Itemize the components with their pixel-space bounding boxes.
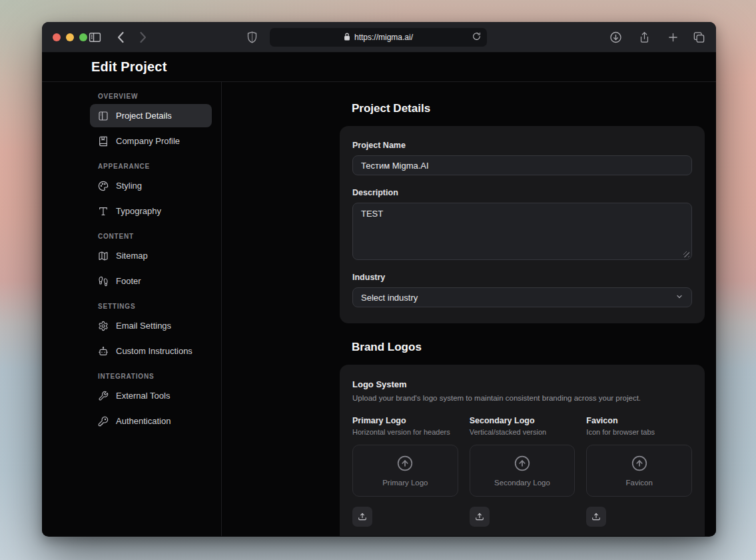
primary-logo-subtitle: Horizontal version for headers	[352, 428, 458, 436]
sidebar-item-custom-instructions[interactable]: Custom Instructions	[90, 339, 212, 363]
nav-group-label: APPEARANCE	[98, 163, 212, 170]
sidebar-item-label: Styling	[116, 181, 142, 191]
sidebar-item-typography[interactable]: Typography	[90, 199, 212, 223]
secondary-logo-title: Secondary Logo	[470, 416, 575, 425]
sidebar-toggle-icon[interactable]	[89, 32, 101, 43]
lock-icon	[344, 33, 350, 43]
key-icon	[98, 416, 109, 427]
secondary-logo-column: Secondary Logo Vertical/stacked version …	[470, 416, 575, 527]
industry-select-value: Select industry	[361, 293, 418, 303]
nav-group-overview: OVERVIEW Project Details Company Profile	[90, 93, 212, 153]
nav-group-appearance: APPEARANCE Styling Typography	[90, 163, 212, 223]
secondary-logo-upload-button[interactable]	[470, 507, 490, 527]
upload-icon	[591, 512, 601, 521]
brand-logos-card: Logo System Upload your brand's logo sys…	[340, 365, 705, 536]
primary-logo-column: Primary Logo Horizontal version for head…	[352, 416, 458, 527]
nav-group-integrations: INTEGRATIONS External Tools Authenticati…	[90, 373, 212, 433]
sidebar: OVERVIEW Project Details Company Profile	[42, 82, 222, 536]
primary-logo-title: Primary Logo	[352, 416, 458, 425]
secondary-logo-subtitle: Vertical/stacked version	[470, 428, 575, 436]
palette-icon	[98, 181, 109, 191]
sidebar-item-sitemap[interactable]: Sitemap	[90, 244, 212, 267]
project-details-heading: Project Details	[352, 102, 705, 115]
sidebar-item-label: Project Details	[116, 111, 172, 121]
nav-group-content: CONTENT Sitemap Footer	[90, 233, 212, 293]
forward-icon[interactable]	[139, 31, 147, 43]
industry-select[interactable]: Select industry	[352, 287, 692, 307]
favicon-dropzone[interactable]: Favicon	[586, 445, 692, 497]
minimize-window-button[interactable]	[66, 33, 74, 41]
upload-icon	[475, 512, 484, 521]
type-icon	[98, 206, 109, 217]
favicon-title: Favicon	[586, 416, 692, 425]
sidebar-item-company-profile[interactable]: Company Profile	[90, 129, 212, 153]
app-root: Edit Project OVERVIEW Project Details	[42, 53, 716, 536]
sidebar-item-styling[interactable]: Styling	[90, 174, 212, 197]
sidebar-item-footer[interactable]: Footer	[90, 269, 212, 293]
nav-group-label: SETTINGS	[98, 303, 212, 310]
sidebar-item-label: Authentication	[116, 416, 171, 426]
sidebar-item-project-details[interactable]: Project Details	[90, 104, 212, 127]
book-icon	[98, 136, 109, 147]
panel-icon	[98, 111, 109, 121]
wrench-icon	[98, 391, 109, 401]
browser-toolbar: https://migma.ai/	[42, 22, 716, 53]
brand-logos-heading: Brand Logos	[352, 341, 705, 354]
logo-system-title: Logo System	[352, 379, 692, 389]
favicon-column: Favicon Icon for browser tabs Favicon	[586, 416, 692, 527]
share-icon[interactable]	[639, 31, 650, 44]
logo-system-description: Upload your brand's logo system to maint…	[352, 394, 692, 402]
main-content: Project Details Project Name Description…	[222, 82, 716, 536]
traffic-lights	[53, 33, 87, 41]
nav-group-label: INTEGRATIONS	[98, 373, 212, 380]
reload-icon[interactable]	[472, 32, 481, 43]
chevron-down-icon	[675, 293, 683, 303]
sidebar-item-label: Footer	[116, 276, 141, 286]
sidebar-item-label: External Tools	[116, 391, 170, 401]
gear-icon	[98, 321, 109, 331]
dropzone-label: Favicon	[626, 479, 653, 487]
downloads-icon[interactable]	[609, 31, 622, 43]
back-icon[interactable]	[117, 31, 125, 43]
primary-logo-upload-button[interactable]	[352, 507, 372, 527]
nav-group-label: OVERVIEW	[98, 93, 212, 100]
browser-window: https://migma.ai/ Edit Project OVER	[42, 22, 716, 537]
privacy-shield-icon[interactable]	[247, 31, 257, 43]
sidebar-item-label: Custom Instructions	[116, 346, 192, 356]
dropzone-label: Primary Logo	[382, 479, 428, 487]
favicon-subtitle: Icon for browser tabs	[586, 428, 692, 436]
upload-icon	[358, 512, 367, 521]
favicon-upload-button[interactable]	[586, 507, 606, 527]
url-bar[interactable]: https://migma.ai/	[270, 28, 487, 47]
primary-logo-dropzone[interactable]: Primary Logo	[352, 445, 458, 497]
nav-group-label: CONTENT	[98, 233, 212, 240]
sidebar-item-external-tools[interactable]: External Tools	[90, 384, 212, 407]
circle-arrow-up-icon	[396, 455, 414, 475]
description-label: Description	[352, 188, 692, 197]
project-name-input[interactable]	[352, 155, 692, 175]
nav-group-settings: SETTINGS Email Settings Custom Instructi…	[90, 303, 212, 363]
project-details-card: Project Name Description TEST Industry	[340, 126, 705, 323]
bot-icon	[98, 346, 109, 357]
secondary-logo-dropzone[interactable]: Secondary Logo	[470, 445, 575, 497]
description-textarea[interactable]: TEST	[352, 203, 692, 260]
sidebar-item-authentication[interactable]: Authentication	[90, 409, 212, 433]
tab-overview-icon[interactable]	[693, 31, 705, 43]
map-icon	[98, 251, 109, 261]
new-tab-icon[interactable]	[667, 31, 679, 43]
sidebar-item-label: Sitemap	[116, 251, 148, 261]
sidebar-item-label: Typography	[116, 206, 161, 216]
industry-label: Industry	[352, 273, 692, 282]
dropzone-label: Secondary Logo	[494, 479, 550, 487]
footprints-icon	[98, 276, 109, 287]
sidebar-item-email-settings[interactable]: Email Settings	[90, 314, 212, 337]
circle-arrow-up-icon	[631, 455, 648, 475]
app-header: Edit Project	[42, 53, 716, 82]
project-name-label: Project Name	[352, 141, 692, 150]
page-title: Edit Project	[91, 59, 167, 75]
zoom-window-button[interactable]	[79, 33, 87, 41]
circle-arrow-up-icon	[514, 455, 531, 475]
close-window-button[interactable]	[53, 33, 61, 41]
sidebar-item-label: Email Settings	[116, 321, 171, 331]
sidebar-item-label: Company Profile	[116, 136, 180, 146]
